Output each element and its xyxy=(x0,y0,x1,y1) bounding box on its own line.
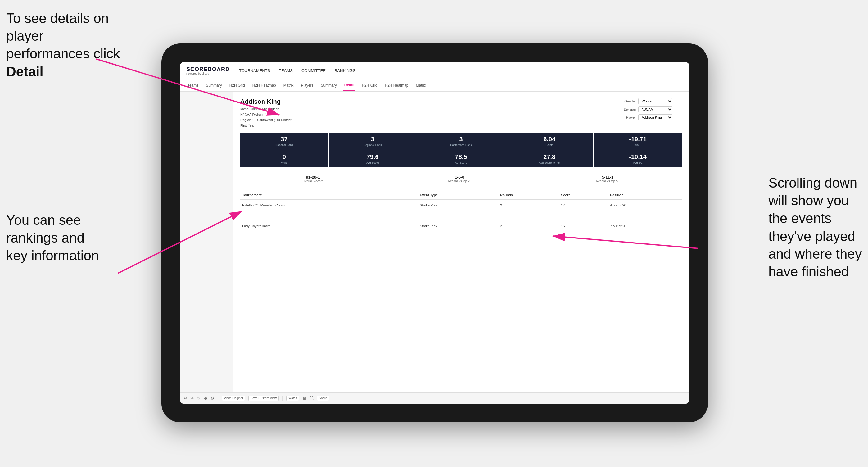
record-top25: 1-5-0 Record vs top 25 xyxy=(448,175,471,183)
tab-h2h-heatmap-2[interactable]: H2H Heatmap xyxy=(383,80,409,91)
gender-label: Gender xyxy=(620,99,636,103)
records-row: 91-20-1 Overall Record 1-5-0 Record vs t… xyxy=(240,172,682,186)
nav-rankings[interactable]: RANKINGS xyxy=(334,67,355,74)
col-tournament: Tournament xyxy=(240,191,418,200)
table-row: Lady Coyote Invite Stroke Play 2 16 7 ou… xyxy=(240,220,682,232)
stat-label-wins: Wins xyxy=(242,161,326,164)
division-filter-row: Division NJCAA I NJCAA II xyxy=(620,106,682,113)
tab-summary[interactable]: Summary xyxy=(205,80,223,91)
stat-regional-rank: 3 Regional Rank xyxy=(329,132,416,150)
record-value-top25: 1-5-0 xyxy=(448,175,471,180)
tab-h2h-grid-2[interactable]: H2H Grid xyxy=(361,80,378,91)
logo-title: SCOREBOARD xyxy=(186,66,230,72)
annotation-right: Scrolling down will show you the events … xyxy=(768,174,862,280)
save-custom-view-button[interactable]: Save Custom View xyxy=(248,396,279,401)
expand-icon[interactable]: ⛶ xyxy=(310,396,314,401)
stat-value-avg-score-par: 27.8 xyxy=(507,153,591,160)
record-value-overall: 91-20-1 xyxy=(303,175,323,180)
cell-event-type-3: Stroke Play xyxy=(418,220,498,232)
nav-teams[interactable]: TEAMS xyxy=(279,67,293,74)
annotation-bl-line1: You can see xyxy=(6,212,81,227)
player-year: First Year xyxy=(240,123,291,129)
stat-national-rank: 37 National Rank xyxy=(240,132,328,150)
share-button[interactable]: Share xyxy=(317,396,330,401)
stat-wins: 0 Wins xyxy=(240,150,328,167)
logo-subtitle: Powered by clippd xyxy=(186,72,230,75)
separator: | xyxy=(217,396,219,401)
stat-label-regional-rank: Regional Rank xyxy=(331,144,415,147)
player-filter-row: Player Addison King xyxy=(620,114,682,121)
refresh-icon[interactable]: ⟳ xyxy=(197,396,200,401)
record-top50: 5-11-1 Record vs top 50 xyxy=(596,175,620,183)
record-overall: 91-20-1 Overall Record xyxy=(303,175,323,183)
stat-label-adj-score: Adj Score xyxy=(419,161,503,164)
screen-icon[interactable]: 🖥 xyxy=(302,396,306,401)
cell-position-1: 4 out of 20 xyxy=(608,200,682,211)
nav-tournaments[interactable]: TOURNAMENTS xyxy=(239,67,270,74)
detail-panel: Addison King Mesa Community College NJCA… xyxy=(233,92,689,393)
stats-row-2: 0 Wins 79.6 Avg Score 78.5 Adj Score 27.… xyxy=(240,150,682,167)
table-row: Estella CC- Mountain Classic Stroke Play… xyxy=(240,200,682,211)
player-filter-label: Player xyxy=(620,116,636,119)
tab-matrix-2[interactable]: Matrix xyxy=(415,80,428,91)
annotation-bottom-left: You can see rankings and key information xyxy=(6,211,99,264)
player-info: Addison King Mesa Community College NJCA… xyxy=(240,98,291,128)
stat-avg-score-to-par: 27.8 Avg Score to Par xyxy=(505,150,593,167)
nav-items: TOURNAMENTS TEAMS COMMITTEE RANKINGS xyxy=(239,67,355,74)
settings-icon[interactable]: ⚙ xyxy=(211,396,214,401)
col-rounds: Rounds xyxy=(498,191,559,200)
rewind-icon[interactable]: ⏮ xyxy=(203,396,207,401)
tab-h2h-grid[interactable]: H2H Grid xyxy=(228,80,246,91)
tab-players[interactable]: Players xyxy=(300,80,314,91)
annotation-top-left-text: To see details on player performances cl… xyxy=(6,10,120,61)
stat-value-avg-sg: -10.14 xyxy=(596,153,680,160)
stat-value-sos: -19.71 xyxy=(596,136,680,143)
tab-matrix[interactable]: Matrix xyxy=(282,80,295,91)
stat-value-regional-rank: 3 xyxy=(331,136,415,143)
stat-value-conference-rank: 3 xyxy=(419,136,503,143)
player-select[interactable]: Addison King xyxy=(638,114,673,121)
player-filters: Gender Women Men Division NJCAA I NJCAA … xyxy=(620,98,682,128)
nav-committee[interactable]: COMMITTEE xyxy=(302,67,326,74)
tab-detail[interactable]: Detail xyxy=(343,80,356,91)
stat-label-sos: SoS xyxy=(596,144,680,147)
tournament-table: Tournament Event Type Rounds Score Posit… xyxy=(240,191,682,232)
bottom-toolbar: ↩ ↪ ⟳ ⏮ ⚙ | View: Original Save Custom V… xyxy=(180,393,689,404)
stat-value-wins: 0 xyxy=(242,153,326,160)
cell-tournament-3: Lady Coyote Invite xyxy=(240,220,418,232)
stats-row-1: 37 National Rank 3 Regional Rank 3 Confe… xyxy=(240,132,682,150)
cell-rounds-3: 2 xyxy=(498,220,559,232)
stat-value-adj-score: 78.5 xyxy=(419,153,503,160)
stat-label-conference-rank: Conference Rank xyxy=(419,144,503,147)
redo-icon[interactable]: ↪ xyxy=(190,396,194,401)
stat-label-avg-score: Avg Score xyxy=(331,161,415,164)
cell-tournament-1: Estella CC- Mountain Classic xyxy=(240,200,418,211)
player-header: Addison King Mesa Community College NJCA… xyxy=(240,98,682,128)
division-select[interactable]: NJCAA I NJCAA II xyxy=(638,106,673,113)
left-sidebar xyxy=(180,92,233,393)
tab-h2h-heatmap[interactable]: H2H Heatmap xyxy=(251,80,277,91)
stat-sos: -19.71 SoS xyxy=(594,132,682,150)
player-division: NJCAA Division 1 xyxy=(240,112,291,118)
view-original-button[interactable]: View: Original xyxy=(222,396,245,401)
annotation-detail-bold: Detail xyxy=(6,64,43,79)
record-label-top50: Record vs top 50 xyxy=(596,180,620,183)
player-school: Mesa Community College xyxy=(240,106,291,112)
gender-filter-row: Gender Women Men xyxy=(620,98,682,104)
table-row xyxy=(240,211,682,220)
division-label: Division xyxy=(620,107,636,111)
annotation-bl-line2: rankings and xyxy=(6,230,85,245)
tab-teams[interactable]: Teams xyxy=(186,80,199,91)
annotation-r-line1: Scrolling down xyxy=(768,175,857,190)
record-label-top25: Record vs top 25 xyxy=(448,180,471,183)
cell-empty xyxy=(240,211,682,220)
watch-button[interactable]: Watch xyxy=(286,396,299,401)
stat-value-points: 6.04 xyxy=(507,136,591,143)
stat-value-avg-score: 79.6 xyxy=(331,153,415,160)
main-content: Addison King Mesa Community College NJCA… xyxy=(180,92,689,393)
tab-summary-2[interactable]: Summary xyxy=(319,80,338,91)
record-label-overall: Overall Record xyxy=(303,180,323,183)
stat-label-national-rank: National Rank xyxy=(242,144,326,147)
gender-select[interactable]: Women Men xyxy=(638,98,673,104)
undo-icon[interactable]: ↩ xyxy=(184,396,187,401)
